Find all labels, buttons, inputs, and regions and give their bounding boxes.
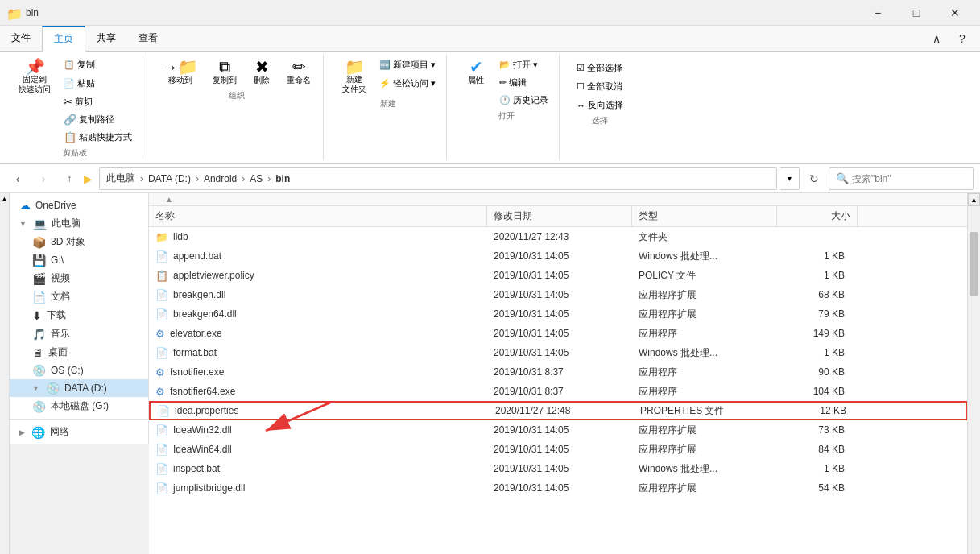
forward-button[interactable]: › — [32, 167, 55, 190]
file-type: 应用程序扩展 — [632, 308, 777, 321]
paste-shortcut-icon: 📋 — [64, 131, 76, 143]
video-icon: 🎬 — [32, 272, 46, 285]
back-button[interactable]: ‹ — [6, 167, 29, 190]
scroll-thumb[interactable] — [970, 232, 978, 296]
table-row[interactable]: 📄 format.bat 2019/10/31 14:05 Windows 批处… — [149, 343, 967, 362]
music-icon: 🎵 — [32, 328, 46, 341]
tab-home[interactable]: 主页 — [42, 26, 85, 52]
file-date: 2019/10/31 14:05 — [487, 463, 632, 474]
sidebar-item-thispc[interactable]: ▼ 💻 此电脑 — [10, 214, 148, 233]
file-date: 2019/10/31 8:37 — [487, 386, 632, 397]
copy-to-button[interactable]: ⧉ 复制到 — [207, 56, 242, 89]
ribbon-tab-bar: 文件 主页 共享 查看 ∧ ? — [0, 26, 980, 52]
sidebar-item-datad[interactable]: ▼ 💿 DATA (D:) — [10, 379, 148, 397]
close-button[interactable]: ✕ — [937, 0, 974, 26]
sidebar-item-g[interactable]: 💾 G:\ — [10, 251, 148, 269]
file-list: 📁 lldb 2020/11/27 12:43 文件夹 📄 append.bat… — [149, 227, 967, 554]
search-input[interactable] — [852, 173, 973, 184]
datad-expand-icon: ▼ — [32, 384, 39, 392]
table-row[interactable]: 📄 idea.properties 2020/11/27 12:48 PROPE… — [149, 401, 967, 420]
col-header-size[interactable]: 大小 — [777, 206, 858, 226]
sidebar-item-desktop[interactable]: 🖥 桌面 — [10, 343, 148, 362]
nav-bar: ‹ › ↑ ▶ 此电脑 › DATA (D:) › Android › AS ›… — [0, 164, 980, 193]
copy-path-button[interactable]: 🔗复制路径 — [60, 111, 136, 128]
sidebar-item-music[interactable]: 🎵 音乐 — [10, 325, 148, 343]
file-type-icon: 📄 — [155, 463, 168, 475]
file-size: 1 KB — [777, 270, 858, 281]
table-row[interactable]: 📄 inspect.bat 2019/10/31 14:05 Windows 批… — [149, 459, 967, 478]
table-row[interactable]: 📄 breakgen64.dll 2019/10/31 14:05 应用程序扩展… — [149, 304, 967, 324]
ribbon-collapse-button[interactable]: ∧ — [925, 29, 948, 48]
sidebar-item-network[interactable]: ▶ 🌐 网络 — [10, 423, 148, 441]
table-row[interactable]: ⚙ fsnotifier.exe 2019/10/31 8:37 应用程序 90… — [149, 362, 967, 382]
maximize-button[interactable]: □ — [898, 0, 935, 26]
table-row[interactable]: 📁 lldb 2020/11/27 12:43 文件夹 — [149, 227, 967, 246]
sidebar-item-onedrive[interactable]: ☁ OneDrive — [10, 196, 148, 214]
scroll-up-button[interactable]: ▲ — [968, 193, 980, 206]
sidebar-item-video[interactable]: 🎬 视频 — [10, 269, 148, 287]
tab-view[interactable]: 查看 — [127, 26, 169, 51]
sidebar-item-docs[interactable]: 📄 文档 — [10, 287, 148, 306]
table-row[interactable]: 📄 breakgen.dll 2019/10/31 14:05 应用程序扩展 6… — [149, 285, 967, 304]
table-row[interactable]: 📋 appletviewer.policy 2019/10/31 14:05 P… — [149, 266, 967, 285]
sidebar-item-download[interactable]: ⬇ 下载 — [10, 306, 148, 325]
file-date: 2019/10/31 14:05 — [487, 289, 632, 300]
new-folder-button[interactable]: 📁 新建文件夹 — [337, 56, 372, 97]
sidebar-label-datad: DATA (D:) — [64, 382, 107, 394]
refresh-button[interactable]: ↻ — [803, 167, 825, 190]
breadcrumb-part-4[interactable]: AS — [250, 173, 263, 184]
new-item-icon: 🆕 — [379, 60, 391, 70]
col-header-type[interactable]: 类型 — [632, 206, 777, 226]
tab-file[interactable]: 文件 — [0, 26, 42, 51]
cut-button[interactable]: ✂剪切 — [60, 93, 136, 110]
minimize-button[interactable]: − — [859, 0, 896, 26]
sidebar-item-3d[interactable]: 📦 3D 对象 — [10, 233, 148, 251]
easy-access-button[interactable]: ⚡轻松访问 ▾ — [375, 75, 440, 92]
sidebar-label-video: 视频 — [51, 271, 70, 285]
table-row[interactable]: ⚙ fsnotifier64.exe 2019/10/31 8:37 应用程序 … — [149, 382, 967, 401]
pin-to-quick-access-button[interactable]: 📌 固定到快速访问 — [13, 56, 56, 97]
open-button[interactable]: 📂打开 ▾ — [495, 56, 552, 73]
move-to-button[interactable]: →📁 移动到 — [156, 56, 204, 89]
sidebar-item-osc[interactable]: 💿 OS (C:) — [10, 362, 148, 379]
copy-button[interactable]: 📋 复制 — [60, 56, 136, 73]
address-dropdown-button[interactable]: ▾ — [780, 167, 800, 190]
table-row[interactable]: 📄 append.bat 2019/10/31 14:05 Windows 批处… — [149, 246, 967, 266]
tab-share[interactable]: 共享 — [85, 26, 127, 51]
up-button[interactable]: ↑ — [58, 167, 81, 190]
sidebar-scroll-up[interactable]: ▲ — [0, 193, 10, 554]
table-row[interactable]: 📄 IdeaWin64.dll 2019/10/31 14:05 应用程序扩展 … — [149, 440, 967, 459]
sidebar-item-localg[interactable]: 💿 本地磁盘 (G:) — [10, 397, 148, 416]
paste-shortcut-button[interactable]: 📋粘贴快捷方式 — [60, 129, 136, 146]
history-button[interactable]: 🕐历史记录 — [495, 92, 552, 109]
table-row[interactable]: 📄 jumplistbridge.dll 2019/10/31 14:05 应用… — [149, 478, 967, 498]
select-none-button[interactable]: ☐全部取消 — [573, 78, 627, 95]
col-header-name[interactable]: 名称 — [149, 206, 487, 226]
new-folder-label: 新建文件夹 — [342, 75, 366, 94]
breadcrumb-current[interactable]: bin — [275, 173, 290, 184]
easy-access-label: 轻松访问 ▾ — [393, 77, 436, 89]
breadcrumb-part-1[interactable]: 此电脑 — [106, 172, 135, 185]
rename-button[interactable]: ✏ 重命名 — [281, 56, 316, 89]
table-row[interactable]: 📄 IdeaWin32.dll 2019/10/31 14:05 应用程序扩展 … — [149, 420, 967, 440]
breadcrumb-part-2[interactable]: DATA (D:) — [148, 173, 191, 184]
search-bar[interactable]: 🔍 — [829, 167, 974, 190]
delete-button[interactable]: ✖ 删除 — [246, 56, 278, 89]
select-all-button[interactable]: ☑全部选择 — [573, 60, 627, 76]
breadcrumb-part-3[interactable]: Android — [204, 173, 237, 184]
edit-button[interactable]: ✏编辑 — [495, 74, 552, 91]
col-header-date[interactable]: 修改日期 — [487, 206, 632, 226]
paste-button[interactable]: 📄 粘贴 — [60, 75, 136, 92]
sidebar-label-onedrive: OneDrive — [35, 200, 76, 211]
properties-button[interactable]: ✔ 属性 — [460, 56, 492, 89]
address-bar[interactable]: 此电脑 › DATA (D:) › Android › AS › bin — [99, 167, 777, 190]
file-type: 应用程序 — [632, 327, 777, 341]
sidebar-label-thispc: 此电脑 — [52, 217, 81, 230]
invert-selection-button[interactable]: ↔反向选择 — [573, 97, 627, 114]
file-name: breakgen64.dll — [173, 308, 237, 320]
table-row[interactable]: ⚙ elevator.exe 2019/10/31 14:05 应用程序 149… — [149, 324, 967, 343]
new-item-button[interactable]: 🆕新建项目 ▾ — [375, 56, 440, 73]
ribbon-help-button[interactable]: ? — [951, 29, 974, 48]
copy-to-icon: ⧉ — [219, 59, 230, 75]
g-icon: 💾 — [32, 254, 46, 267]
